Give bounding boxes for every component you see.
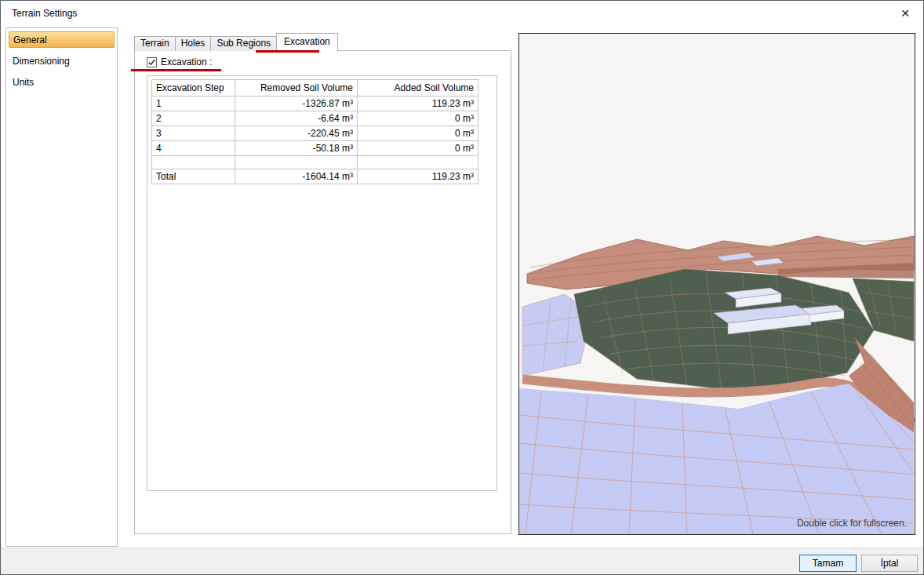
table-row: 4-50.18 m³0 m³	[152, 141, 478, 156]
tab-sub-regions[interactable]: Sub Regions	[210, 36, 277, 51]
table-cell: 0 m³	[358, 141, 478, 156]
tab-excavation[interactable]: Excavation	[276, 33, 338, 51]
sidebar-item-units[interactable]: Units	[9, 75, 115, 91]
excavation-panel: Excavation Step Removed Soil Volume Adde…	[147, 75, 497, 491]
sidebar: General Dimensioning Units	[5, 27, 118, 547]
footer: Tamam İptal	[1, 548, 923, 575]
window-title: Terrain Settings	[12, 8, 77, 19]
sidebar-item-general[interactable]: General	[9, 31, 115, 48]
table-cell: Total	[152, 169, 235, 184]
table-cell: 3	[152, 126, 235, 141]
table-cell: -50.18 m³	[235, 141, 358, 156]
table-cell: 4	[152, 141, 235, 156]
table-cell: 119.23 m³	[358, 96, 478, 111]
table-row: 2-6.64 m³0 m³	[152, 111, 478, 126]
terrain-preview[interactable]: Double click for fullscreen.	[518, 33, 915, 535]
table-cell: 0 m³	[358, 111, 478, 126]
excavation-table: Excavation Step Removed Soil Volume Adde…	[151, 79, 478, 184]
titlebar: Terrain Settings ✕	[1, 1, 923, 26]
terrain-3d-render	[519, 34, 915, 534]
table-cell	[152, 156, 235, 169]
cancel-button[interactable]: İptal	[861, 555, 918, 572]
table-row	[152, 156, 478, 169]
excavation-checkbox[interactable]	[147, 57, 157, 67]
table-row: 3-220.45 m³0 m³	[152, 126, 478, 141]
table-cell: -1326.87 m³	[235, 96, 358, 111]
table-row: Total-1604.14 m³119.23 m³	[152, 169, 478, 184]
tab-holes[interactable]: Holes	[175, 36, 212, 51]
check-icon	[147, 58, 156, 67]
tab-terrain[interactable]: Terrain	[134, 36, 176, 51]
tabstrip: Terrain Holes Sub Regions Excavation	[134, 33, 337, 51]
ok-button[interactable]: Tamam	[799, 555, 857, 572]
table-header-row: Excavation Step Removed Soil Volume Adde…	[152, 80, 478, 96]
table-cell: 2	[152, 111, 235, 126]
excavation-table-body: 1-1326.87 m³119.23 m³2-6.64 m³0 m³3-220.…	[152, 96, 478, 184]
col-header-step: Excavation Step	[152, 80, 235, 96]
table-cell: -1604.14 m³	[235, 169, 358, 184]
checkbox-highlight-underline	[131, 69, 221, 71]
table-cell: -220.45 m³	[235, 126, 358, 141]
terrain-settings-dialog: Terrain Settings ✕ General Dimensioning …	[0, 0, 924, 575]
fullscreen-hint: Double click for fullscreen.	[797, 518, 907, 529]
table-cell: -6.64 m³	[235, 111, 358, 126]
table-row: 1-1326.87 m³119.23 m³	[152, 96, 478, 111]
sidebar-item-dimensioning[interactable]: Dimensioning	[9, 53, 115, 70]
excavation-checkbox-row[interactable]: Excavation :	[144, 56, 214, 67]
table-cell	[235, 156, 358, 169]
table-cell: 0 m³	[358, 126, 478, 141]
col-header-added: Added Soil Volume	[358, 80, 478, 96]
tab-highlight-underline	[256, 50, 319, 53]
table-cell: 1	[152, 96, 235, 111]
close-button[interactable]: ✕	[887, 1, 923, 26]
table-cell	[358, 156, 478, 169]
excavation-checkbox-label: Excavation :	[161, 56, 212, 67]
table-cell: 119.23 m³	[358, 169, 478, 184]
col-header-removed: Removed Soil Volume	[235, 80, 358, 96]
